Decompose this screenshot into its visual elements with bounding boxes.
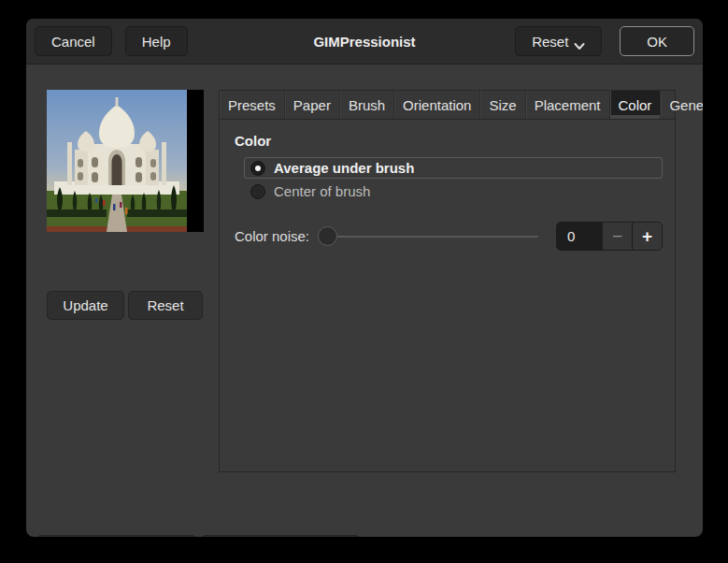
color-noise-row: Color noise: 0 − +	[235, 222, 663, 251]
reset-button-label: Reset	[532, 34, 568, 50]
tab-orientation[interactable]: Orientation	[394, 91, 480, 119]
tab-paper[interactable]: Paper	[285, 91, 340, 119]
tab-size-label: Size	[489, 97, 516, 113]
preview-reset-button-label: Reset	[147, 297, 183, 313]
tab-general[interactable]: General	[661, 91, 703, 119]
color-panel-heading: Color	[235, 133, 663, 149]
settings-notebook: Presets Paper Brush Orientation Size Pla…	[219, 90, 676, 472]
color-noise-value[interactable]: 0	[557, 223, 602, 250]
radio-average-label: Average under brush	[274, 160, 414, 176]
radio-selected-icon	[250, 161, 265, 176]
tab-orientation-label: Orientation	[403, 97, 471, 113]
tab-presets-label: Presets	[228, 97, 276, 113]
tab-brush-label: Brush	[349, 97, 385, 113]
tab-strip: Presets Paper Brush Orientation Size Pla…	[220, 91, 675, 120]
radio-center-of-brush[interactable]: Center of brush	[244, 180, 663, 202]
header-actions: Reset OK	[515, 26, 694, 56]
preview-image[interactable]	[47, 90, 204, 232]
ok-button-label: OK	[647, 34, 667, 50]
header-bar: GIMPressionist Cancel Help Reset OK	[26, 19, 703, 65]
taj-mahal-illustration	[47, 90, 204, 232]
tab-color-label: Color	[619, 97, 652, 113]
cancel-button-label: Cancel	[51, 34, 95, 50]
preview-reset-button[interactable]: Reset	[128, 291, 203, 320]
help-button-label: Help	[142, 34, 171, 50]
update-button[interactable]: Update	[47, 291, 124, 320]
slider-handle[interactable]	[318, 226, 337, 246]
tab-size[interactable]: Size	[480, 91, 525, 119]
spin-decrement-button[interactable]: −	[602, 223, 632, 250]
dialog-body: Update Reset Presets Paper Brush Orienta…	[26, 65, 703, 537]
color-source-radio-group: Average under brush Center of brush	[244, 157, 663, 202]
update-button-label: Update	[63, 297, 107, 313]
color-noise-label: Color noise:	[235, 228, 309, 244]
radio-average-under-brush[interactable]: Average under brush	[244, 157, 663, 179]
radio-center-label: Center of brush	[274, 183, 370, 199]
cancel-button[interactable]: Cancel	[35, 26, 112, 56]
ok-button[interactable]: OK	[620, 26, 694, 56]
tab-brush[interactable]: Brush	[340, 91, 394, 119]
tab-presets[interactable]: Presets	[220, 91, 285, 119]
slider-track	[318, 236, 538, 238]
color-noise-spinbox: 0 − +	[556, 222, 663, 251]
tab-paper-label: Paper	[293, 97, 331, 113]
reset-dropdown-button[interactable]: Reset	[515, 26, 602, 56]
color-panel: Color Average under brush Center of brus…	[220, 120, 675, 251]
gimpressionist-dialog: GIMPressionist Cancel Help Reset OK	[26, 19, 703, 537]
tab-color[interactable]: Color	[610, 91, 662, 119]
help-button[interactable]: Help	[125, 26, 188, 56]
tab-general-label: General	[669, 97, 703, 113]
spin-increment-button[interactable]: +	[632, 223, 662, 250]
tab-placement-label: Placement	[535, 97, 601, 113]
tab-placement[interactable]: Placement	[526, 91, 610, 119]
chevron-down-icon	[574, 37, 585, 46]
radio-unselected-icon	[250, 184, 265, 199]
load-saved-settings-button[interactable]: Load Saved Settings	[36, 535, 196, 537]
color-noise-slider[interactable]	[318, 222, 538, 251]
save-settings-button[interactable]: Save Settings	[201, 535, 360, 537]
